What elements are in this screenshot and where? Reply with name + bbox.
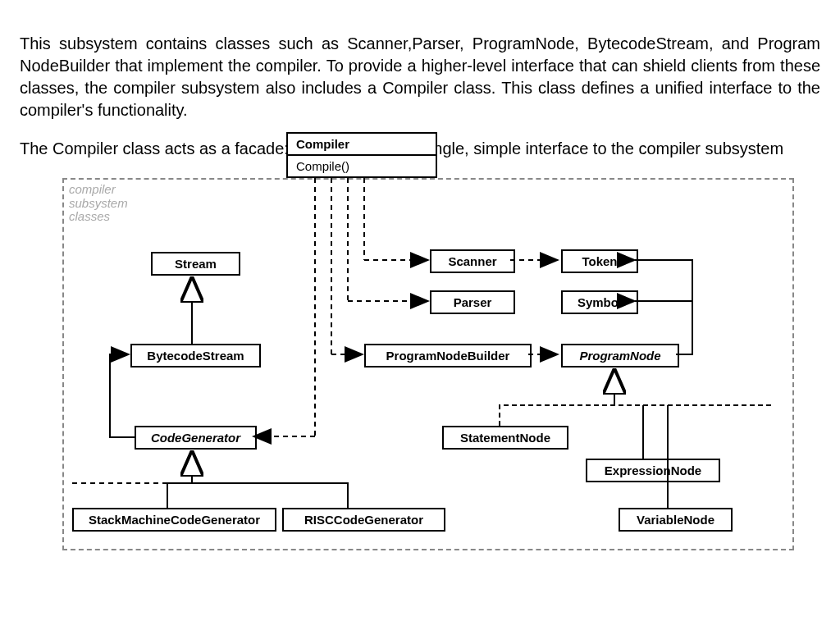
- compiler-subsystem-diagram: compiler subsystem classes Compiler Comp…: [20, 130, 807, 549]
- intro-paragraph: This subsystem contains classes such as …: [20, 33, 820, 121]
- compiler-method: Compile(): [288, 154, 436, 176]
- class-risccg: RISCCodeGenerator: [282, 508, 445, 532]
- class-compiler: Compiler Compile(): [286, 132, 437, 178]
- class-expressionnode: ExpressionNode: [586, 459, 720, 482]
- class-programnode: ProgramNode: [561, 344, 679, 368]
- class-parser: Parser: [430, 290, 515, 314]
- class-symbol: Symbol: [561, 290, 638, 314]
- class-codegenerator: CodeGenerator: [135, 426, 257, 450]
- subsystem-label: compiler subsystem classes: [69, 183, 128, 224]
- compiler-name: Compiler: [288, 134, 436, 154]
- class-statementnode: StatementNode: [442, 426, 568, 450]
- class-stackmachinecg: StackMachineCodeGenerator: [72, 508, 276, 532]
- class-bytecodestream: BytecodeStream: [130, 344, 261, 368]
- class-scanner: Scanner: [430, 249, 515, 273]
- class-stream: Stream: [151, 252, 240, 276]
- class-variablenode: VariableNode: [619, 508, 733, 532]
- class-token: Token: [561, 249, 638, 273]
- class-programnodebuilder: ProgramNodeBuilder: [364, 344, 532, 368]
